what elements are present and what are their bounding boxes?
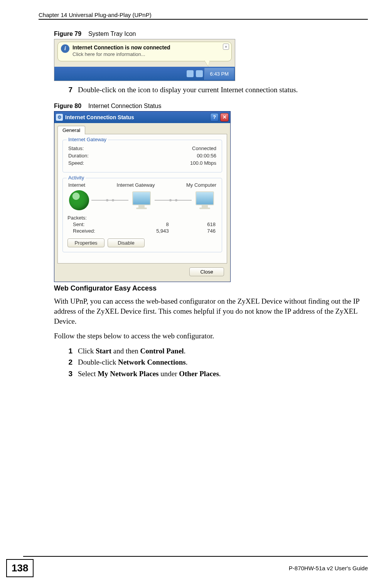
figure-79-label: Figure 79 (54, 30, 81, 37)
activity-col-mycomputer: My Computer (186, 182, 216, 188)
group-activity: Activity Internet Internet Gateway My Co… (62, 178, 222, 252)
window-close-button[interactable]: ✕ (220, 113, 229, 122)
step-7: 7 Double-click on the icon to display yo… (66, 85, 368, 95)
tray-network-icon[interactable] (187, 70, 194, 77)
duration-label: Duration: (68, 153, 89, 159)
notification-balloon[interactable]: i × Internet Connection is now connected… (57, 42, 232, 61)
tab-panel-general: Internet Gateway Status: Connected Durat… (57, 134, 227, 264)
step-1: 1 Click Start and then Control Panel. (66, 346, 368, 356)
tray-icons (187, 70, 203, 77)
step-2: 2 Double-click Network Connections. (66, 357, 368, 367)
status-value: Connected (192, 145, 216, 151)
sent-computer-value: 618 (170, 221, 217, 227)
figure-79-title: System Tray Icon (88, 30, 136, 37)
paragraph-1: With UPnP, you can access the web-based … (54, 296, 368, 327)
balloon-title: Internet Connection is now connected (72, 44, 221, 51)
step-number: 3 (66, 369, 72, 379)
globe-icon (69, 190, 89, 210)
step-text: Double-click Network Connections. (78, 357, 187, 367)
close-icon[interactable]: × (223, 44, 229, 50)
sent-gateway-value: 8 (124, 221, 170, 227)
figure-79-caption: Figure 79 System Tray Icon (54, 30, 368, 37)
computer-icon (194, 191, 216, 209)
internet-connection-status-window: ⚙ Internet Connection Status ? ✕ General… (54, 111, 231, 282)
activity-col-gateway: Internet Gateway (117, 182, 155, 188)
group-title-gateway: Internet Gateway (67, 137, 108, 142)
figure-80-caption: Figure 80 Internet Connection Status (54, 103, 368, 110)
group-internet-gateway: Internet Gateway Status: Connected Durat… (62, 140, 222, 172)
footer-rule (23, 556, 368, 557)
gateway-icon (131, 191, 152, 209)
packets-label: Packets: (67, 215, 124, 221)
window-title: Internet Connection Status (65, 114, 134, 120)
titlebar[interactable]: ⚙ Internet Connection Status ? ✕ (54, 112, 230, 123)
step-number: 2 (66, 357, 72, 367)
balloon-subtitle: Click here for more information... (72, 51, 221, 57)
disable-button[interactable]: Disable (108, 238, 145, 247)
paragraph-2: Follow the steps below to access the web… (54, 331, 368, 341)
step-text: Select My Network Places under Other Pla… (78, 369, 221, 379)
speed-value: 100.0 Mbps (190, 160, 216, 166)
help-button[interactable]: ? (210, 113, 219, 122)
figure-80-title: Internet Connection Status (88, 103, 161, 109)
header-rule (39, 19, 368, 20)
speed-label: Speed: (68, 160, 84, 166)
received-gateway-value: 5,943 (124, 228, 170, 234)
received-label: Received: (67, 228, 124, 234)
step-number: 7 (66, 85, 72, 95)
connector-line-2 (155, 200, 192, 201)
window-icon: ⚙ (56, 114, 63, 121)
step-3: 3 Select My Network Places under Other P… (66, 369, 368, 379)
properties-button[interactable]: Properties (67, 238, 104, 247)
group-title-activity: Activity (67, 175, 86, 181)
duration-value: 00:00:56 (197, 153, 216, 159)
tray-network-icon-2[interactable] (196, 70, 203, 77)
figure-79-image: i × Internet Connection is now connected… (54, 39, 235, 81)
balloon-tail (204, 60, 210, 66)
step-number: 1 (66, 346, 72, 356)
page-number: 138 (6, 559, 34, 577)
tray-clock[interactable]: 6:43 PM (204, 68, 234, 80)
info-icon: i (61, 44, 69, 53)
section-heading: Web Configurator Easy Access (54, 284, 368, 292)
step-text: Double-click on the icon to display your… (78, 85, 298, 95)
taskbar: 6:43 PM (54, 67, 235, 81)
close-button[interactable]: Close (189, 267, 224, 276)
tab-general[interactable]: General (57, 126, 85, 134)
received-computer-value: 746 (170, 228, 217, 234)
activity-col-internet: Internet (68, 182, 85, 188)
sent-label: Sent: (67, 221, 124, 227)
guide-name: P-870HW-51a v2 User's Guide (289, 565, 368, 571)
figure-80-label: Figure 80 (54, 103, 81, 109)
page-footer: 138 P-870HW-51a v2 User's Guide (0, 556, 391, 577)
connector-line (91, 200, 128, 201)
status-label: Status: (68, 145, 84, 151)
chapter-header: Chapter 14 Universal Plug-and-Play (UPnP… (39, 12, 368, 18)
step-text: Click Start and then Control Panel. (78, 346, 185, 356)
